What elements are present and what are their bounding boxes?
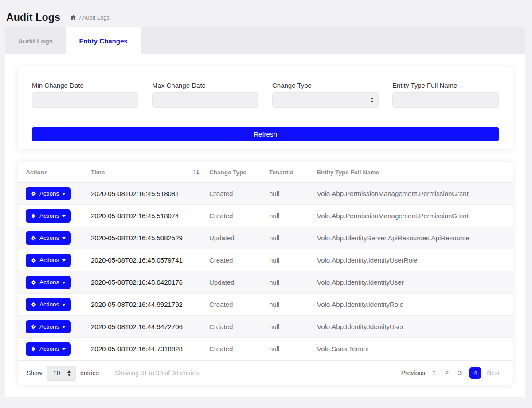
breadcrumb: / Audit Logs [70,14,110,21]
content-panel: Min Change Date Max Change Date Change T… [5,54,525,397]
cell-change-type: Created [201,205,261,227]
table-row: Actions 2020-05-08T02:16:45.5082529 Upda… [18,227,513,249]
row-actions-button[interactable]: Actions [26,320,71,333]
cell-tenant-id: null [261,271,309,293]
cell-actions: Actions [18,205,83,227]
pagination-previous[interactable]: Previous [401,369,425,377]
row-actions-button[interactable]: Actions [26,298,71,311]
max-change-date-input[interactable] [152,92,258,108]
cell-change-type: Updated [201,271,261,293]
sort-icon[interactable]: ↑↓ [192,169,199,176]
gear-icon [31,213,36,219]
cell-change-type: Created [201,316,261,337]
cell-actions: Actions [18,294,83,315]
select-arrows-icon [67,370,71,376]
pagination-page-3[interactable]: 3 [457,369,463,377]
row-actions-button[interactable]: Actions [26,276,71,289]
row-actions-button[interactable]: Actions [26,209,71,223]
column-header-time-label: Time [91,169,105,176]
tab-strip: Audit Logs Entity Changes [5,27,525,54]
min-change-date-input[interactable] [32,92,138,108]
change-type-label: Change Type [272,82,379,89]
row-actions-button-label: Actions [39,301,59,308]
entity-changes-table: Actions Time ↑↓ Change Type TenantId Ent… [18,162,513,385]
entity-type-full-name-label: Entity Type Full Name [392,82,499,89]
refresh-button[interactable]: Refresh [32,127,499,141]
cell-time: 2020-05-08T02:16:45.518081 [83,183,201,204]
cell-time: 2020-05-08T02:16:44.9921792 [83,294,201,315]
row-actions-button-label: Actions [39,212,59,219]
row-actions-button-label: Actions [39,345,59,352]
table-row: Actions 2020-05-08T02:16:45.518074 Creat… [18,205,513,227]
cell-tenant-id: null [261,183,309,204]
table-row: Actions 2020-05-08T02:16:45.518081 Creat… [18,183,513,205]
caret-down-icon [62,326,66,328]
table-row: Actions 2020-05-08T02:16:44.9472706 Crea… [18,316,513,338]
tab-entity-changes-label: Entity Changes [79,37,127,45]
row-actions-button[interactable]: Actions [26,231,71,245]
column-header-entity-type[interactable]: Entity Type Full Name [309,162,513,182]
change-type-select[interactable] [272,92,379,108]
tab-audit-logs-label: Audit Logs [18,37,53,45]
max-change-date-label: Max Change Date [152,82,258,89]
cell-entity-type: Volo.Abp.Identity.IdentityRole [309,294,513,315]
cell-time: 2020-05-08T02:16:44.7318828 [83,338,201,360]
pagination-next[interactable]: Next [487,369,500,377]
entity-type-full-name-input[interactable] [392,92,499,108]
filter-card: Min Change Date Max Change Date Change T… [18,67,513,149]
table-row: Actions 2020-05-08T02:16:44.9921792 Crea… [18,294,513,316]
show-label: Show [27,369,42,377]
caret-down-icon [62,282,66,284]
tab-audit-logs[interactable]: Audit Logs [5,27,66,54]
cell-change-type: Created [201,183,261,204]
filter-fields: Min Change Date Max Change Date Change T… [32,82,499,108]
cell-tenant-id: null [261,249,309,271]
entries-label: entries [80,369,99,377]
cell-change-type: Created [201,338,261,360]
column-header-tenant-id[interactable]: TenantId [261,162,309,182]
table-footer: Show 10 entries Showing 31 to 38 of 38 e… [18,360,513,385]
cell-tenant-id: null [261,294,309,315]
cell-actions: Actions [18,338,83,360]
column-header-change-type[interactable]: Change Type [201,162,261,182]
pagination-page-2[interactable]: 2 [444,369,450,377]
home-icon[interactable] [70,14,77,21]
table-body: Actions 2020-05-08T02:16:45.518081 Creat… [18,183,513,360]
table-row: Actions 2020-05-08T02:16:44.7318828 Crea… [18,338,513,360]
cell-time: 2020-05-08T02:16:45.0579741 [83,249,201,271]
breadcrumb-path: / Audit Logs [79,14,110,21]
cell-tenant-id: null [261,227,309,249]
row-actions-button-label: Actions [39,279,59,286]
cell-entity-type: Volo.Abp.Identity.IdentityUser [309,316,513,337]
caret-down-icon [62,259,66,262]
cell-change-type: Updated [201,227,261,249]
page-size-select[interactable]: 10 [47,366,76,381]
row-actions-button[interactable]: Actions [26,187,71,200]
field-min-change-date: Min Change Date [32,82,138,108]
gear-icon [31,191,36,196]
cell-entity-type: Volo.Abp.PermissionManagement.Permission… [309,205,513,227]
cell-entity-type: Volo.Abp.Identity.IdentityUserRole [309,249,513,271]
row-actions-button[interactable]: Actions [26,342,71,356]
pagination: Previous 1234 Next [401,367,500,379]
page: Audit Logs / Audit Logs Audit Logs Entit… [0,0,532,397]
page-title: Audit Logs [6,12,60,24]
column-header-actions: Actions [18,162,83,182]
tab-entity-changes[interactable]: Entity Changes [66,27,141,54]
cell-time: 2020-05-08T02:16:45.518074 [83,205,201,227]
sort-down-arrow-icon: ↓ [195,169,199,176]
gear-icon [31,346,36,352]
cell-tenant-id: null [261,338,309,360]
pagination-page-1[interactable]: 1 [431,369,437,377]
cell-time: 2020-05-08T02:16:45.0420176 [83,271,201,293]
row-actions-button[interactable]: Actions [26,254,71,267]
cell-time: 2020-05-08T02:16:45.5082529 [83,227,201,249]
pagination-page-4[interactable]: 4 [469,367,481,379]
table-row: Actions 2020-05-08T02:16:45.0420176 Upda… [18,271,513,294]
caret-down-icon [62,215,66,217]
table-header: Actions Time ↑↓ Change Type TenantId Ent… [18,162,513,183]
gear-icon [31,302,36,307]
column-header-time[interactable]: Time ↑↓ [83,162,201,182]
cell-tenant-id: null [261,316,309,337]
cell-change-type: Created [201,249,261,271]
